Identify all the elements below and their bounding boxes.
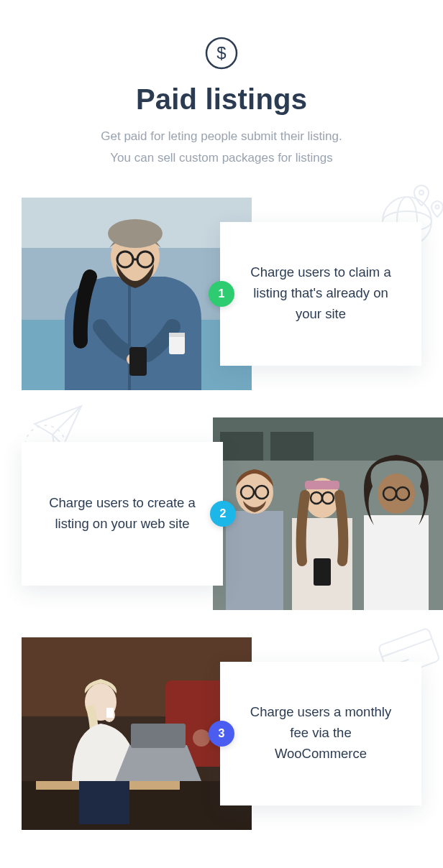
- step-3-number: 3: [219, 727, 225, 740]
- svg-point-3: [419, 190, 424, 195]
- step-3: Charge users a monthly fee via the WooCo…: [22, 637, 421, 830]
- dollar-circle-icon: $: [22, 36, 421, 70]
- step-1-badge: 1: [209, 281, 234, 307]
- subtitle-line-2: You can sell custom packages for listing…: [110, 151, 332, 165]
- page-title: Paid listings: [22, 83, 421, 116]
- step-2: Charge users to create a listing on your…: [22, 417, 421, 610]
- step-2-text: Charge users to create a listing on your…: [45, 493, 200, 534]
- step-1: Charge users to claim a listing that's a…: [22, 198, 421, 390]
- svg-rect-38: [314, 558, 331, 586]
- subtitle-line-1: Get paid for leting people submit their …: [101, 129, 342, 143]
- step-2-card: Charge users to create a listing on your…: [22, 442, 223, 586]
- step-1-number: 1: [219, 287, 225, 300]
- svg-rect-50: [106, 708, 114, 718]
- svg-rect-35: [305, 481, 339, 489]
- svg-rect-39: [364, 515, 429, 610]
- step-2-number: 2: [220, 507, 227, 520]
- step-2-badge: 2: [210, 501, 236, 527]
- svg-point-4: [436, 206, 439, 209]
- step-2-image: [213, 417, 443, 610]
- svg-point-20: [108, 219, 163, 248]
- step-3-text: Charge users a monthly fee via the WooCo…: [243, 702, 398, 764]
- step-3-badge: 3: [209, 721, 234, 747]
- svg-rect-52: [79, 781, 129, 824]
- svg-rect-27: [270, 432, 314, 461]
- step-3-card: Charge users a monthly fee via the WooCo…: [220, 662, 421, 805]
- svg-rect-28: [226, 511, 283, 610]
- page-subtitle: Get paid for leting people submit their …: [49, 126, 394, 169]
- step-1-card: Charge users to claim a listing that's a…: [220, 222, 421, 366]
- svg-rect-26: [220, 432, 263, 461]
- svg-rect-15: [129, 347, 147, 376]
- svg-point-53: [193, 729, 210, 747]
- svg-text:$: $: [216, 43, 226, 63]
- svg-rect-51: [131, 724, 186, 748]
- step-1-text: Charge users to claim a listing that's a…: [243, 262, 398, 324]
- svg-rect-18: [169, 333, 185, 337]
